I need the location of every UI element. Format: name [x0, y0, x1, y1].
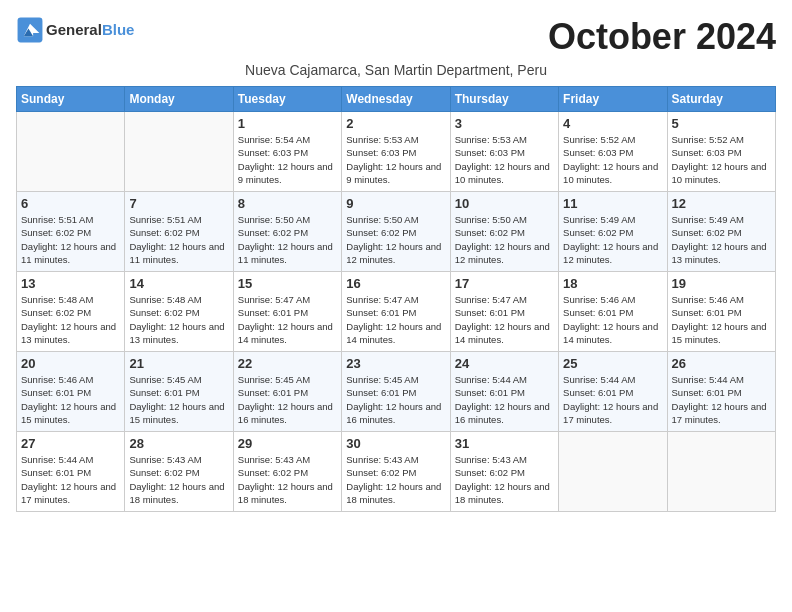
calendar-cell	[667, 432, 775, 512]
calendar-cell: 27Sunrise: 5:44 AM Sunset: 6:01 PM Dayli…	[17, 432, 125, 512]
calendar-cell: 29Sunrise: 5:43 AM Sunset: 6:02 PM Dayli…	[233, 432, 341, 512]
day-number: 16	[346, 276, 445, 291]
day-info: Sunrise: 5:53 AM Sunset: 6:03 PM Dayligh…	[455, 133, 554, 186]
day-number: 4	[563, 116, 662, 131]
day-number: 28	[129, 436, 228, 451]
day-number: 26	[672, 356, 771, 371]
day-info: Sunrise: 5:49 AM Sunset: 6:02 PM Dayligh…	[672, 213, 771, 266]
day-info: Sunrise: 5:45 AM Sunset: 6:01 PM Dayligh…	[238, 373, 337, 426]
day-info: Sunrise: 5:43 AM Sunset: 6:02 PM Dayligh…	[455, 453, 554, 506]
day-info: Sunrise: 5:49 AM Sunset: 6:02 PM Dayligh…	[563, 213, 662, 266]
calendar-cell: 22Sunrise: 5:45 AM Sunset: 6:01 PM Dayli…	[233, 352, 341, 432]
day-info: Sunrise: 5:43 AM Sunset: 6:02 PM Dayligh…	[238, 453, 337, 506]
day-number: 12	[672, 196, 771, 211]
day-info: Sunrise: 5:47 AM Sunset: 6:01 PM Dayligh…	[346, 293, 445, 346]
day-info: Sunrise: 5:44 AM Sunset: 6:01 PM Dayligh…	[21, 453, 120, 506]
calendar-cell: 1Sunrise: 5:54 AM Sunset: 6:03 PM Daylig…	[233, 112, 341, 192]
calendar-cell: 11Sunrise: 5:49 AM Sunset: 6:02 PM Dayli…	[559, 192, 667, 272]
day-number: 10	[455, 196, 554, 211]
calendar-cell: 17Sunrise: 5:47 AM Sunset: 6:01 PM Dayli…	[450, 272, 558, 352]
day-number: 6	[21, 196, 120, 211]
calendar-cell: 21Sunrise: 5:45 AM Sunset: 6:01 PM Dayli…	[125, 352, 233, 432]
day-number: 24	[455, 356, 554, 371]
day-number: 23	[346, 356, 445, 371]
day-number: 25	[563, 356, 662, 371]
logo-text: GeneralBlue	[46, 22, 134, 39]
day-info: Sunrise: 5:46 AM Sunset: 6:01 PM Dayligh…	[563, 293, 662, 346]
day-info: Sunrise: 5:43 AM Sunset: 6:02 PM Dayligh…	[346, 453, 445, 506]
calendar-cell: 18Sunrise: 5:46 AM Sunset: 6:01 PM Dayli…	[559, 272, 667, 352]
day-header-thursday: Thursday	[450, 87, 558, 112]
day-number: 22	[238, 356, 337, 371]
day-number: 9	[346, 196, 445, 211]
day-number: 15	[238, 276, 337, 291]
day-number: 3	[455, 116, 554, 131]
day-number: 18	[563, 276, 662, 291]
calendar-cell: 28Sunrise: 5:43 AM Sunset: 6:02 PM Dayli…	[125, 432, 233, 512]
day-info: Sunrise: 5:47 AM Sunset: 6:01 PM Dayligh…	[455, 293, 554, 346]
calendar-cell: 7Sunrise: 5:51 AM Sunset: 6:02 PM Daylig…	[125, 192, 233, 272]
day-info: Sunrise: 5:53 AM Sunset: 6:03 PM Dayligh…	[346, 133, 445, 186]
day-info: Sunrise: 5:50 AM Sunset: 6:02 PM Dayligh…	[346, 213, 445, 266]
calendar-cell: 10Sunrise: 5:50 AM Sunset: 6:02 PM Dayli…	[450, 192, 558, 272]
day-info: Sunrise: 5:45 AM Sunset: 6:01 PM Dayligh…	[346, 373, 445, 426]
calendar-cell: 9Sunrise: 5:50 AM Sunset: 6:02 PM Daylig…	[342, 192, 450, 272]
day-header-saturday: Saturday	[667, 87, 775, 112]
day-info: Sunrise: 5:52 AM Sunset: 6:03 PM Dayligh…	[672, 133, 771, 186]
day-info: Sunrise: 5:54 AM Sunset: 6:03 PM Dayligh…	[238, 133, 337, 186]
day-number: 30	[346, 436, 445, 451]
day-number: 11	[563, 196, 662, 211]
day-number: 31	[455, 436, 554, 451]
day-header-sunday: Sunday	[17, 87, 125, 112]
day-number: 8	[238, 196, 337, 211]
day-info: Sunrise: 5:48 AM Sunset: 6:02 PM Dayligh…	[21, 293, 120, 346]
day-number: 14	[129, 276, 228, 291]
calendar-cell: 4Sunrise: 5:52 AM Sunset: 6:03 PM Daylig…	[559, 112, 667, 192]
calendar-cell	[125, 112, 233, 192]
calendar-cell	[559, 432, 667, 512]
day-info: Sunrise: 5:44 AM Sunset: 6:01 PM Dayligh…	[672, 373, 771, 426]
day-info: Sunrise: 5:50 AM Sunset: 6:02 PM Dayligh…	[455, 213, 554, 266]
day-info: Sunrise: 5:43 AM Sunset: 6:02 PM Dayligh…	[129, 453, 228, 506]
calendar-cell: 20Sunrise: 5:46 AM Sunset: 6:01 PM Dayli…	[17, 352, 125, 432]
day-info: Sunrise: 5:44 AM Sunset: 6:01 PM Dayligh…	[455, 373, 554, 426]
logo-icon	[16, 16, 44, 44]
calendar-cell: 8Sunrise: 5:50 AM Sunset: 6:02 PM Daylig…	[233, 192, 341, 272]
calendar-cell: 15Sunrise: 5:47 AM Sunset: 6:01 PM Dayli…	[233, 272, 341, 352]
day-info: Sunrise: 5:44 AM Sunset: 6:01 PM Dayligh…	[563, 373, 662, 426]
calendar-cell: 23Sunrise: 5:45 AM Sunset: 6:01 PM Dayli…	[342, 352, 450, 432]
day-info: Sunrise: 5:51 AM Sunset: 6:02 PM Dayligh…	[129, 213, 228, 266]
day-number: 17	[455, 276, 554, 291]
calendar-cell: 13Sunrise: 5:48 AM Sunset: 6:02 PM Dayli…	[17, 272, 125, 352]
calendar-cell: 19Sunrise: 5:46 AM Sunset: 6:01 PM Dayli…	[667, 272, 775, 352]
day-number: 19	[672, 276, 771, 291]
day-number: 2	[346, 116, 445, 131]
day-info: Sunrise: 5:50 AM Sunset: 6:02 PM Dayligh…	[238, 213, 337, 266]
calendar-cell	[17, 112, 125, 192]
calendar-cell: 5Sunrise: 5:52 AM Sunset: 6:03 PM Daylig…	[667, 112, 775, 192]
day-info: Sunrise: 5:45 AM Sunset: 6:01 PM Dayligh…	[129, 373, 228, 426]
calendar-cell: 16Sunrise: 5:47 AM Sunset: 6:01 PM Dayli…	[342, 272, 450, 352]
month-title: October 2024	[548, 16, 776, 58]
calendar-cell: 14Sunrise: 5:48 AM Sunset: 6:02 PM Dayli…	[125, 272, 233, 352]
day-number: 21	[129, 356, 228, 371]
calendar-cell: 6Sunrise: 5:51 AM Sunset: 6:02 PM Daylig…	[17, 192, 125, 272]
day-number: 20	[21, 356, 120, 371]
day-header-wednesday: Wednesday	[342, 87, 450, 112]
day-info: Sunrise: 5:47 AM Sunset: 6:01 PM Dayligh…	[238, 293, 337, 346]
calendar-cell: 31Sunrise: 5:43 AM Sunset: 6:02 PM Dayli…	[450, 432, 558, 512]
calendar-table: SundayMondayTuesdayWednesdayThursdayFrid…	[16, 86, 776, 512]
calendar-cell: 30Sunrise: 5:43 AM Sunset: 6:02 PM Dayli…	[342, 432, 450, 512]
day-number: 29	[238, 436, 337, 451]
day-header-tuesday: Tuesday	[233, 87, 341, 112]
day-number: 13	[21, 276, 120, 291]
day-info: Sunrise: 5:46 AM Sunset: 6:01 PM Dayligh…	[672, 293, 771, 346]
day-number: 7	[129, 196, 228, 211]
day-info: Sunrise: 5:52 AM Sunset: 6:03 PM Dayligh…	[563, 133, 662, 186]
logo: GeneralBlue	[16, 16, 134, 44]
calendar-cell: 12Sunrise: 5:49 AM Sunset: 6:02 PM Dayli…	[667, 192, 775, 272]
calendar-cell: 2Sunrise: 5:53 AM Sunset: 6:03 PM Daylig…	[342, 112, 450, 192]
calendar-cell: 3Sunrise: 5:53 AM Sunset: 6:03 PM Daylig…	[450, 112, 558, 192]
day-header-friday: Friday	[559, 87, 667, 112]
day-number: 1	[238, 116, 337, 131]
